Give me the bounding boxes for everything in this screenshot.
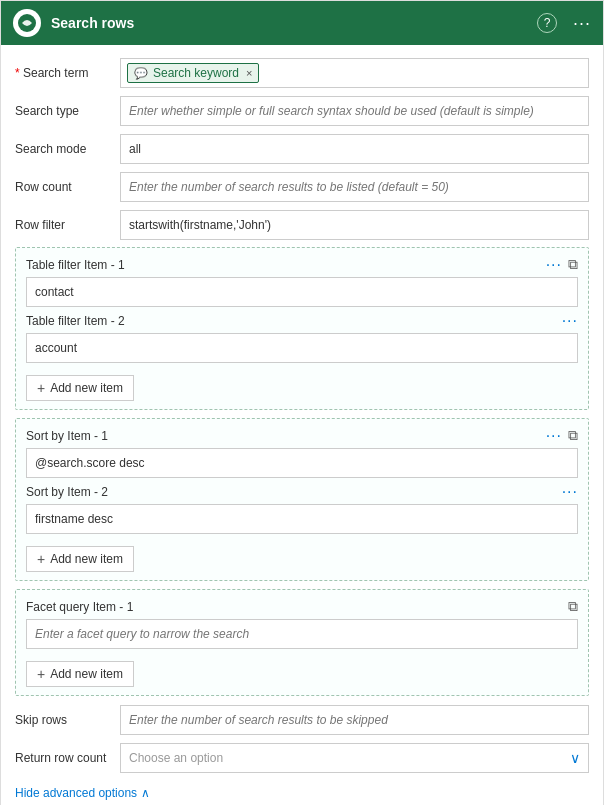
row-count-label: Row count: [15, 180, 120, 194]
title-bar: Search rows ? ···: [1, 1, 603, 45]
sort-by-item-1-dots[interactable]: ···: [546, 428, 562, 444]
facet-query-item-1-header: Facet query Item - 1 ⧉: [26, 598, 578, 615]
sort-by-item-1-actions: ··· ⧉: [546, 427, 578, 444]
row-filter-row: Row filter: [15, 209, 589, 241]
return-row-count-select[interactable]: Choose an option ∨: [120, 743, 589, 773]
search-mode-label: Search mode: [15, 142, 120, 156]
return-row-count-placeholder: Choose an option: [129, 751, 223, 765]
search-term-label: Search term: [15, 66, 120, 80]
page-title: Search rows: [51, 15, 527, 31]
plus-icon-sort: +: [37, 551, 45, 567]
table-filter-add-button[interactable]: + Add new item: [26, 375, 134, 401]
skip-rows-input[interactable]: [120, 705, 589, 735]
table-filter-item-2-label: Table filter Item - 2: [26, 314, 125, 328]
table-filter-item-2-header: Table filter Item - 2 ···: [26, 313, 578, 329]
search-type-label: Search type: [15, 104, 120, 118]
form-content: Search term 💬 Search keyword × Search ty…: [1, 45, 603, 805]
return-row-count-label: Return row count: [15, 751, 120, 765]
row-filter-input[interactable]: [120, 210, 589, 240]
sort-by-add-label: Add new item: [50, 552, 123, 566]
table-filter-item-2: Table filter Item - 2 ···: [26, 313, 578, 363]
sort-by-item-2-header: Sort by Item - 2 ···: [26, 484, 578, 500]
skip-rows-row: Skip rows: [15, 704, 589, 736]
table-filter-item-1-dots[interactable]: ···: [546, 257, 562, 273]
row-count-input[interactable]: [120, 172, 589, 202]
table-filter-item-2-input[interactable]: [26, 333, 578, 363]
table-filter-item-1: Table filter Item - 1 ··· ⧉: [26, 256, 578, 307]
facet-query-copy-icon[interactable]: ⧉: [568, 598, 578, 615]
chevron-up-icon: ∧: [141, 786, 150, 800]
row-filter-label: Row filter: [15, 218, 120, 232]
sort-by-item-2: Sort by Item - 2 ···: [26, 484, 578, 534]
sort-by-item-2-input[interactable]: [26, 504, 578, 534]
chevron-down-icon: ∨: [570, 750, 580, 766]
sort-by-item-2-label: Sort by Item - 2: [26, 485, 108, 499]
hide-advanced-label: Hide advanced options: [15, 786, 137, 800]
search-type-input[interactable]: [120, 96, 589, 126]
plus-icon-facet: +: [37, 666, 45, 682]
search-keyword-chip[interactable]: 💬 Search keyword ×: [127, 63, 259, 83]
table-filter-item-1-copy-icon[interactable]: ⧉: [568, 256, 578, 273]
table-filter-add-label: Add new item: [50, 381, 123, 395]
sort-by-item-1-label: Sort by Item - 1: [26, 429, 108, 443]
facet-query-add-button[interactable]: + Add new item: [26, 661, 134, 687]
table-filter-section: Table filter Item - 1 ··· ⧉ Table filter…: [15, 247, 589, 410]
table-filter-item-2-actions: ···: [562, 313, 578, 329]
sort-by-item-2-actions: ···: [562, 484, 578, 500]
table-filter-item-1-label: Table filter Item - 1: [26, 258, 125, 272]
search-type-row: Search type: [15, 95, 589, 127]
plus-icon: +: [37, 380, 45, 396]
table-filter-item-1-input[interactable]: [26, 277, 578, 307]
table-filter-item-2-dots[interactable]: ···: [562, 313, 578, 329]
skip-rows-label: Skip rows: [15, 713, 120, 727]
facet-query-section: Facet query Item - 1 ⧉ + Add new item: [15, 589, 589, 696]
sort-by-add-button[interactable]: + Add new item: [26, 546, 134, 572]
search-term-row: Search term 💬 Search keyword ×: [15, 57, 589, 89]
facet-query-add-label: Add new item: [50, 667, 123, 681]
facet-query-item-1: Facet query Item - 1 ⧉: [26, 598, 578, 649]
sort-by-item-1-input[interactable]: [26, 448, 578, 478]
sort-by-item-1-copy-icon[interactable]: ⧉: [568, 427, 578, 444]
hide-advanced-button[interactable]: Hide advanced options ∧: [15, 782, 589, 804]
chip-text: Search keyword: [153, 66, 239, 80]
app-logo: [13, 9, 41, 37]
table-filter-item-1-actions: ··· ⧉: [546, 256, 578, 273]
sort-by-item-1: Sort by Item - 1 ··· ⧉: [26, 427, 578, 478]
help-icon[interactable]: ?: [537, 13, 557, 33]
chat-icon: 💬: [134, 67, 148, 80]
row-count-row: Row count: [15, 171, 589, 203]
facet-query-item-1-actions: ⧉: [568, 598, 578, 615]
more-options-icon[interactable]: ···: [573, 13, 591, 34]
facet-query-item-1-label: Facet query Item - 1: [26, 600, 133, 614]
facet-query-item-1-input[interactable]: [26, 619, 578, 649]
sort-by-item-2-dots[interactable]: ···: [562, 484, 578, 500]
search-mode-input[interactable]: [120, 134, 589, 164]
sort-by-item-1-header: Sort by Item - 1 ··· ⧉: [26, 427, 578, 444]
return-row-count-row: Return row count Choose an option ∨: [15, 742, 589, 774]
chip-close-button[interactable]: ×: [246, 67, 252, 79]
table-filter-item-1-header: Table filter Item - 1 ··· ⧉: [26, 256, 578, 273]
sort-by-section: Sort by Item - 1 ··· ⧉ Sort by Item - 2 …: [15, 418, 589, 581]
search-mode-row: Search mode: [15, 133, 589, 165]
search-term-chip-container[interactable]: 💬 Search keyword ×: [120, 58, 589, 88]
title-actions: ? ···: [537, 13, 591, 34]
